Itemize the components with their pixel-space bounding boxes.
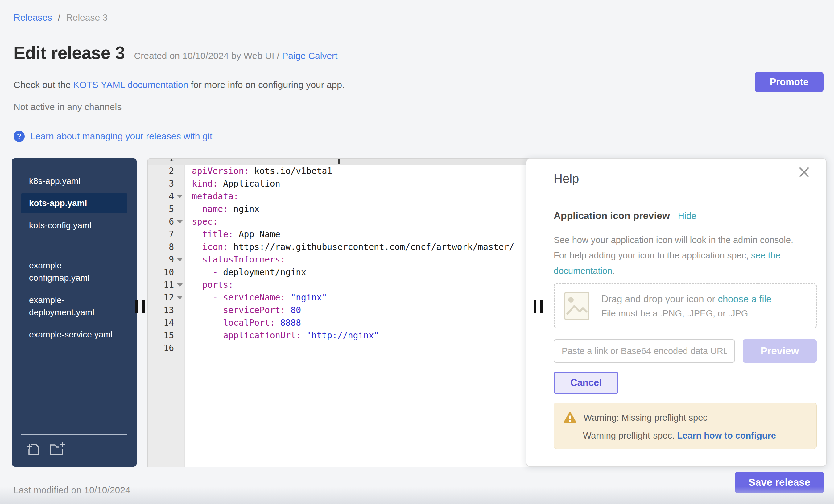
warning-triangle-icon — [563, 412, 577, 424]
line-number: 2 — [148, 165, 185, 177]
created-text: Created on 10/10/2024 by Web UI / — [134, 50, 280, 61]
choose-file-link[interactable]: choose a file — [718, 294, 771, 304]
code-text: - deployment/nginx — [192, 266, 306, 279]
warning-body: Warning preflight-spec. — [583, 431, 677, 440]
editor-cursor — [338, 159, 340, 165]
hide-link[interactable]: Hide — [678, 211, 697, 221]
code-line-2[interactable]: 2apiVersion: kots.io/v1beta1 — [148, 165, 533, 177]
fold-arrow-icon[interactable] — [177, 195, 182, 198]
created-info: Created on 10/10/2024 by Web UI / Paige … — [134, 50, 338, 61]
breadcrumb-current: Release 3 — [66, 12, 108, 23]
code-line-13[interactable]: 13 servicePort: 80 — [148, 304, 533, 316]
git-help-link[interactable]: Learn about managing your releases with … — [30, 131, 212, 141]
code-text: icon: https://raw.githubusercontent.com/… — [192, 241, 514, 253]
help-panel: Help Application icon preview Hide See h… — [526, 158, 827, 467]
author-link[interactable]: Paige Calvert — [282, 50, 337, 61]
line-number: 3 — [148, 177, 185, 190]
sidebar-footer — [21, 434, 127, 456]
breadcrumb: Releases / Release 3 — [14, 12, 108, 23]
code-line-3[interactable]: 3kind: Application — [148, 177, 533, 190]
release-workspace: k8s-app.yamlkots-app.yamlkots-config.yam… — [12, 158, 827, 467]
code-line-5[interactable]: 5 name: nginx — [148, 203, 533, 215]
code-text: name: nginx — [192, 203, 259, 215]
code-text: statusInformers: — [192, 253, 285, 266]
code-line-7[interactable]: 7 title: App Name — [148, 228, 533, 241]
breadcrumb-releases-link[interactable]: Releases — [14, 12, 52, 23]
code-text: title: App Name — [192, 228, 280, 241]
code-text: ports: — [192, 279, 234, 291]
docs-hint-suffix: for more info on configuring your app. — [188, 80, 345, 90]
code-text: metadata: — [192, 190, 239, 203]
code-line-8[interactable]: 8 icon: https://raw.githubusercontent.co… — [148, 241, 533, 253]
code-line-10[interactable]: 10 - deployment/nginx — [148, 266, 533, 279]
breadcrumb-separator: / — [58, 12, 60, 23]
line-number: 7 — [148, 228, 185, 241]
line-number: 8 — [148, 241, 185, 253]
dropzone-hint: File must be a .PNG, .JPEG, or .JPG — [601, 308, 771, 319]
code-text: - serviceName: "nginx" — [192, 291, 327, 304]
docs-hint-prefix: Check out the — [14, 80, 73, 90]
line-number: 14 — [148, 316, 185, 329]
icon-preview-description: See how your application icon will look … — [554, 232, 800, 279]
file-item-example-configmap.yaml[interactable]: example-configmap.yaml — [21, 256, 127, 288]
file-item-k8s-app.yaml[interactable]: k8s-app.yaml — [21, 171, 127, 191]
save-release-button[interactable]: Save release — [735, 472, 824, 493]
channel-status: Not active in any channels — [14, 102, 122, 112]
code-line-15[interactable]: 15 applicationUrl: "http://nginx" — [148, 329, 533, 342]
promote-button[interactable]: Promote — [755, 72, 824, 92]
code-text: kind: Application — [192, 177, 280, 190]
file-item-example-service.yaml[interactable]: example-service.yaml — [21, 325, 127, 345]
line-number: 4 — [148, 190, 185, 203]
code-line-11[interactable]: 11 ports: — [148, 279, 533, 291]
add-file-icon[interactable] — [25, 441, 41, 456]
code-text: servicePort: 80 — [192, 304, 301, 316]
page-title: Edit release 3 — [14, 43, 125, 63]
code-line-1[interactable]: 1--- — [148, 158, 533, 165]
icon-dropzone[interactable]: Drag and drop your icon or choose a file… — [554, 283, 817, 328]
sidebar-divider — [21, 246, 127, 246]
warning-configure-link[interactable]: Learn how to configure — [677, 431, 776, 440]
editor-resize-handle[interactable] — [533, 300, 543, 313]
code-line-12[interactable]: 12 - serviceName: "nginx" — [148, 291, 533, 304]
file-sidebar: k8s-app.yamlkots-app.yamlkots-config.yam… — [12, 158, 137, 467]
line-number: 16 — [148, 342, 185, 354]
fold-arrow-icon[interactable] — [177, 258, 182, 262]
title-row: Edit release 3 Created on 10/10/2024 by … — [14, 43, 337, 63]
image-placeholder-icon — [564, 291, 590, 321]
file-group-examples: example-configmap.yamlexample-deployment… — [21, 256, 127, 347]
line-number: 12 — [148, 291, 185, 304]
add-folder-icon[interactable] — [48, 441, 65, 456]
code-text: --- — [192, 158, 207, 165]
git-help-row: ? Learn about managing your releases wit… — [14, 131, 212, 142]
line-number: 10 — [148, 266, 185, 279]
fold-arrow-icon[interactable] — [177, 296, 182, 300]
code-editor[interactable]: 1---2apiVersion: kots.io/v1beta13kind: A… — [148, 158, 533, 467]
kots-yaml-docs-link[interactable]: KOTS YAML documentation — [73, 80, 188, 90]
code-text: apiVersion: kots.io/v1beta1 — [192, 165, 332, 177]
cancel-button[interactable]: Cancel — [554, 372, 618, 394]
line-number: 15 — [148, 329, 185, 342]
code-line-16[interactable]: 16 — [148, 342, 533, 354]
code-line-4[interactable]: 4metadata: — [148, 190, 533, 203]
file-item-example-deployment.yaml[interactable]: example-deployment.yaml — [21, 290, 127, 322]
docs-hint: Check out the KOTS YAML documentation fo… — [14, 80, 345, 90]
code-line-6[interactable]: 6spec: — [148, 215, 533, 228]
close-icon[interactable] — [797, 166, 811, 179]
file-item-kots-config.yaml[interactable]: kots-config.yaml — [21, 216, 127, 235]
code-line-9[interactable]: 9 statusInformers: — [148, 253, 533, 266]
file-group-kots: k8s-app.yamlkots-app.yamlkots-config.yam… — [21, 171, 127, 238]
warning-title: Warning: Missing preflight spec — [584, 413, 707, 423]
preview-button[interactable]: Preview — [743, 339, 817, 363]
sidebar-footer-divider — [21, 434, 127, 435]
icon-preview-title: Application icon preview — [554, 210, 670, 221]
fold-arrow-icon[interactable] — [177, 220, 182, 224]
line-number: 9 — [148, 253, 185, 266]
line-number: 11 — [148, 279, 185, 291]
file-item-kots-app.yaml[interactable]: kots-app.yaml — [21, 193, 127, 213]
fold-arrow-icon[interactable] — [177, 283, 182, 287]
code-text: localPort: 8888 — [192, 316, 301, 329]
sidebar-resize-handle[interactable] — [135, 300, 145, 313]
dropzone-text: Drag and drop your icon or — [601, 294, 718, 304]
code-line-14[interactable]: 14 localPort: 8888 — [148, 316, 533, 329]
icon-url-input[interactable] — [554, 339, 735, 363]
